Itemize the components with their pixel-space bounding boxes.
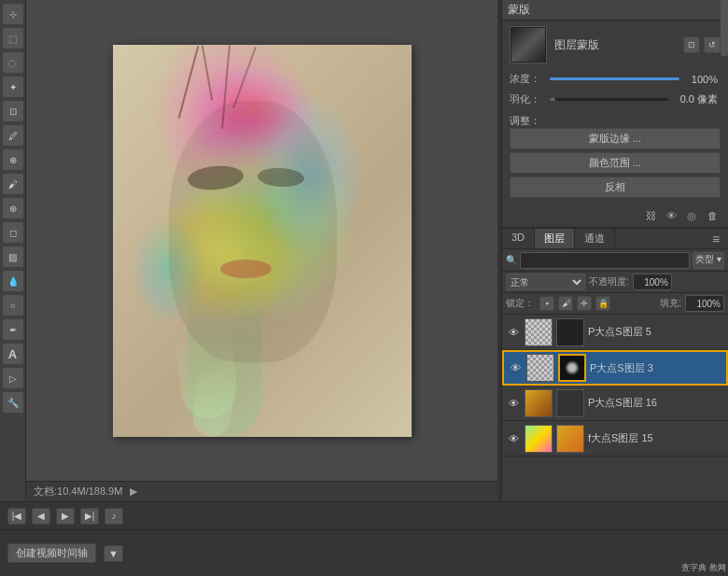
filter-type-label: 类型	[695, 254, 714, 264]
left-toolbar: ⊹ ⬚ ◌ ✦ ⊡ 🖉 ⊕ 🖌 ⊛ ◻ ▨ 💧 ○ ✒ A ▷ 🔧	[0, 0, 26, 501]
lasso-tool[interactable]: ◌	[3, 52, 23, 73]
blend-opacity-row: 正常 不透明度:	[502, 272, 728, 293]
visibility2-icon[interactable]: ◎	[683, 207, 700, 224]
audio-btn[interactable]: ♪	[105, 508, 123, 525]
play-start-btn[interactable]: |◀	[7, 508, 26, 525]
select-tool[interactable]: ⬚	[3, 28, 23, 49]
filter-dropdown-icon: ▾	[717, 254, 721, 264]
opacity-input[interactable]	[633, 274, 672, 290]
mask-icons: ⊡ ↺	[683, 36, 721, 53]
pen-tool[interactable]: ✒	[3, 319, 23, 340]
layer-16-name: P大点S图层 16	[588, 396, 724, 410]
layer-5-thumb	[556, 318, 584, 346]
shape-tool[interactable]: ▷	[3, 368, 23, 388]
doc-info: 文档:10.4M/188.9M	[34, 485, 122, 499]
invert-btn[interactable]: 反相	[510, 176, 721, 198]
density-label: 浓度：	[510, 72, 540, 86]
adjust-label: 调整：	[510, 115, 540, 126]
lock-paint-icon[interactable]: 🖌	[558, 296, 573, 311]
layer-16-thumb-a	[525, 389, 553, 417]
right-panel: 蒙版 图层蒙版 ⊡ ↺ 浓度： 100%	[501, 0, 728, 501]
eraser-tool[interactable]: ◻	[3, 222, 23, 243]
mask-icon-row: ⛓ 👁 ◎ 🗑	[502, 204, 728, 228]
layer-15-visibility[interactable]: 👁	[506, 431, 521, 446]
layer-15-thumb-a	[525, 425, 553, 453]
layer-3-thumb	[558, 354, 586, 382]
tab-3d[interactable]: 3D	[502, 229, 535, 248]
layers-menu-icon[interactable]: ≡	[707, 231, 724, 247]
layer-15-thumb-b	[556, 425, 584, 453]
layer-5-visibility[interactable]: 👁	[506, 325, 521, 340]
filter-type-select[interactable]: 类型 ▾	[693, 252, 724, 269]
mask-header-label: 蒙版	[508, 2, 530, 18]
layer-16-thumb-b	[556, 389, 584, 417]
tab-layers[interactable]: 图层	[535, 229, 575, 248]
gradient-tool[interactable]: ▨	[3, 246, 23, 267]
play-back-btn[interactable]: ◀	[32, 508, 50, 525]
brush-tool[interactable]: 🖌	[3, 174, 23, 194]
density-slider-row: 浓度： 100%	[502, 69, 728, 89]
move-tool[interactable]: ⊹	[3, 4, 23, 24]
feather-label: 羽化：	[510, 92, 540, 106]
timeline-area: |◀ ◀ ▶ ▶| ♪ 创建视频时间轴 ▼	[0, 501, 728, 576]
mask-edge-btn[interactable]: 蒙版边缘 ...	[510, 128, 721, 149]
mask-icon-btn-2[interactable]: ↺	[704, 36, 721, 53]
layer-item-16[interactable]: 👁 P大点S图层 16	[502, 386, 728, 421]
create-timeline-btn[interactable]: 创建视频时间轴	[7, 543, 96, 563]
link-icon[interactable]: ⛓	[642, 207, 659, 224]
lock-position-icon[interactable]: ✛	[577, 296, 592, 311]
lock-label: 锁定：	[506, 297, 534, 310]
healing-tool[interactable]: ⊕	[3, 149, 23, 170]
lock-all-icon[interactable]: 🔒	[595, 296, 610, 311]
delete-mask-icon[interactable]: 🗑	[704, 207, 721, 224]
mask-thumbnail	[510, 26, 547, 63]
timeline-dropdown[interactable]: ▼	[104, 545, 123, 562]
timeline-content: 创建视频时间轴 ▼	[0, 530, 728, 576]
clone-tool[interactable]: ⊛	[3, 198, 23, 218]
layer-search-input[interactable]	[520, 252, 690, 269]
canvas-container[interactable]	[26, 0, 497, 481]
artwork	[113, 45, 412, 437]
feather-track[interactable]	[550, 98, 668, 101]
blend-mode-select[interactable]: 正常	[506, 274, 585, 290]
fill-label: 填充:	[660, 297, 681, 310]
search-icon: 🔍	[506, 255, 517, 265]
eye-visibility-icon[interactable]: 👁	[663, 207, 679, 224]
status-bar: 文档:10.4M/188.9M ▶	[26, 481, 497, 501]
layers-list: 👁 P大点S图层 5 👁 P大点S图层 3	[502, 315, 728, 501]
timeline-controls: |◀ ◀ ▶ ▶| ♪	[0, 502, 728, 530]
density-track[interactable]	[550, 77, 679, 80]
layers-toolbar: 🔍 类型 ▾	[502, 249, 728, 272]
mask-layer-name: 图层蒙版	[554, 37, 676, 53]
canvas-area: 文档:10.4M/188.9M ▶	[26, 0, 497, 501]
dropdown-arrow: ▼	[108, 548, 119, 559]
layer-3-visibility[interactable]: 👁	[508, 360, 523, 375]
lock-transparency-icon[interactable]: ▪	[539, 296, 554, 311]
layer-15-name: f大点S图层 15	[588, 431, 724, 445]
status-arrow[interactable]: ▶	[130, 485, 137, 498]
play-btn[interactable]: ▶	[56, 508, 75, 525]
tab-channels[interactable]: 通道	[575, 229, 615, 248]
color-range-btn[interactable]: 颜色范围 ...	[510, 152, 721, 174]
layers-tabs: 3D 图层 通道 ≡	[502, 229, 728, 249]
zoom-tool[interactable]: 🔧	[3, 392, 23, 413]
layer-item-3[interactable]: 👁 P大点S图层 3	[502, 350, 728, 386]
play-forward-btn[interactable]: ▶|	[80, 508, 99, 525]
crop-tool[interactable]: ⊡	[3, 101, 23, 121]
fill-input[interactable]	[685, 295, 724, 312]
adjust-section: 调整： 蒙版边缘 ... 颜色范围 ... 反相	[502, 110, 728, 204]
layer-5-thumb-checker	[525, 318, 553, 346]
mask-preview-row: 图层蒙版 ⊡ ↺	[502, 21, 728, 69]
layer-item-5[interactable]: 👁 P大点S图层 5	[502, 315, 728, 350]
layer-16-visibility[interactable]: 👁	[506, 396, 521, 411]
dodge-tool[interactable]: ○	[3, 295, 23, 316]
eyedropper-tool[interactable]: 🖉	[3, 125, 23, 146]
blur-tool[interactable]: 💧	[3, 271, 23, 291]
mask-icon-btn-1[interactable]: ⊡	[683, 36, 700, 53]
magic-wand-tool[interactable]: ✦	[3, 77, 23, 97]
layers-panel: 3D 图层 通道 ≡ 🔍 类型 ▾ 正常 不透明度:	[502, 229, 728, 501]
type-tool[interactable]: A	[3, 344, 23, 364]
opacity-label: 不透明度:	[589, 275, 629, 288]
lock-fill-row: 锁定： ▪ 🖌 ✛ 🔒 填充:	[502, 293, 728, 315]
layer-item-15[interactable]: 👁 f大点S图层 15	[502, 421, 728, 457]
